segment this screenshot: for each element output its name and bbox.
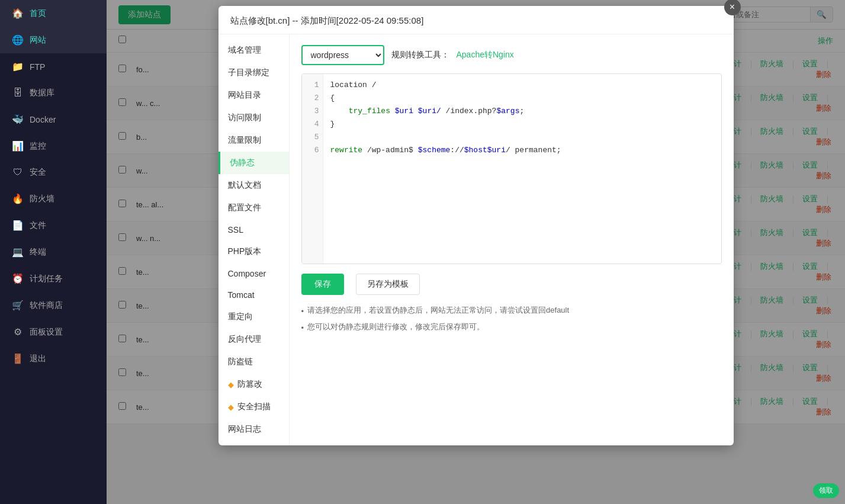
nav-item-tomcat[interactable]: Tomcat <box>219 284 289 306</box>
nav-item-log[interactable]: 网站日志 <box>219 418 289 441</box>
modal-nav: 域名管理 子目录绑定 网站目录 访问限制 流量限制 伪静态 <box>219 34 290 445</box>
bullet-1: • <box>301 306 304 317</box>
nav-item-ssl[interactable]: SSL <box>219 219 289 240</box>
nav-item-subdir[interactable]: 子目录绑定 <box>219 62 289 84</box>
corner-badge[interactable]: 领取 <box>813 483 839 498</box>
sidebar-item-software[interactable]: 🛒 软件商店 <box>0 292 107 319</box>
code-editor: 1 2 3 4 5 6 location / { try_files $uri … <box>301 73 722 264</box>
nav-item-redirect[interactable]: 重定向 <box>219 306 289 328</box>
tip-item-1: • 请选择您的应用，若设置伪静态后，网站无法正常访问，请尝试设置回default <box>301 304 722 317</box>
bullet-2: • <box>301 322 304 334</box>
modal-header: 站点修改[bt.cn] -- 添加时间[2022-05-24 09:55:08] <box>219 6 734 34</box>
sidebar-item-database[interactable]: 🗄 数据库 <box>0 80 107 106</box>
nav-item-domain[interactable]: 域名管理 <box>219 39 289 62</box>
nav-item-config[interactable]: 配置文件 <box>219 197 289 219</box>
tip-text-1: 请选择您的应用，若设置伪静态后，网站无法正常访问，请尝试设置回default <box>307 304 569 316</box>
sidebar-label-ftp: FTP <box>30 62 45 72</box>
files-icon: 📄 <box>12 220 24 231</box>
code-content[interactable]: location / { try_files $uri $uri/ /index… <box>323 74 721 264</box>
sidebar: 🏠 首页 🌐 网站 📁 FTP 🗄 数据库 🐳 Docker 📊 监控 🛡 安全… <box>0 0 107 504</box>
scan-icon: ◆ <box>228 403 234 412</box>
nav-item-traffic[interactable]: 流量限制 <box>219 129 289 152</box>
modal-content: wordpress default discuz laravel thinkph… <box>290 34 734 445</box>
home-icon: 🏠 <box>12 8 24 19</box>
sidebar-label-database: 数据库 <box>30 88 54 98</box>
sidebar-item-terminal[interactable]: 💻 终端 <box>0 239 107 265</box>
sidebar-label-logout: 退出 <box>30 354 46 364</box>
sidebar-label-website: 网站 <box>30 35 46 46</box>
sidebar-label-files: 文件 <box>30 220 46 231</box>
logout-icon: 🚪 <box>12 353 24 364</box>
save-template-button[interactable]: 另存为模板 <box>356 274 420 295</box>
monitor-icon: 📊 <box>12 140 24 152</box>
sidebar-item-home[interactable]: 🏠 首页 <box>0 0 107 27</box>
save-button[interactable]: 保存 <box>301 274 344 295</box>
rule-converter-link[interactable]: Apache转Nginx <box>457 50 514 60</box>
tips-section: • 请选择您的应用，若设置伪静态后，网站无法正常访问，请尝试设置回default… <box>301 304 722 333</box>
tip-text-2: 您可以对伪静态规则进行修改，修改完后保存即可。 <box>307 321 484 333</box>
nav-item-scan[interactable]: ◆ 安全扫描 <box>219 396 289 418</box>
sidebar-label-monitor: 监控 <box>30 141 46 152</box>
sidebar-item-firewall[interactable]: 🔥 防火墙 <box>0 185 107 212</box>
docker-icon: 🐳 <box>12 114 24 125</box>
sidebar-item-docker[interactable]: 🐳 Docker <box>0 106 107 133</box>
sidebar-item-monitor[interactable]: 📊 监控 <box>0 133 107 159</box>
terminal-icon: 💻 <box>12 246 24 258</box>
modal: 站点修改[bt.cn] -- 添加时间[2022-05-24 09:55:08]… <box>219 6 734 445</box>
panel-icon: ⚙ <box>12 326 24 338</box>
tamper-icon: ◆ <box>228 380 234 389</box>
line-numbers: 1 2 3 4 5 6 <box>302 74 323 264</box>
preset-dropdown[interactable]: wordpress default discuz laravel thinkph… <box>301 45 384 65</box>
sidebar-item-panel[interactable]: ⚙ 面板设置 <box>0 319 107 345</box>
sidebar-item-files[interactable]: 📄 文件 <box>0 212 107 239</box>
sidebar-item-ftp[interactable]: 📁 FTP <box>0 53 107 80</box>
sidebar-item-website[interactable]: 🌐 网站 <box>0 27 107 53</box>
nav-item-tamper[interactable]: ◆ 防篡改 <box>219 373 289 396</box>
sidebar-label-software: 软件商店 <box>30 300 63 311</box>
nav-item-access[interactable]: 访问限制 <box>219 107 289 129</box>
website-icon: 🌐 <box>12 34 24 46</box>
nav-item-php[interactable]: PHP版本 <box>219 240 289 263</box>
sidebar-label-cron: 计划任务 <box>30 274 63 284</box>
sidebar-label-security: 安全 <box>30 167 46 178</box>
cron-icon: ⏰ <box>12 273 24 284</box>
sidebar-item-logout[interactable]: 🚪 退出 <box>0 345 107 372</box>
sidebar-label-firewall: 防火墙 <box>30 194 54 204</box>
sidebar-label-docker: Docker <box>30 115 56 124</box>
rule-converter-label: 规则转换工具： <box>391 50 449 60</box>
main-area: 添加站点 🔍 操作 fo... 统计 ｜ 防火墙 ｜ 设置 ｜ 删除 <box>107 0 845 504</box>
nav-item-pseudo[interactable]: 伪静态 <box>219 152 289 174</box>
nav-item-default-doc[interactable]: 默认文档 <box>219 174 289 197</box>
database-icon: 🗄 <box>12 88 24 98</box>
modal-body: 域名管理 子目录绑定 网站目录 访问限制 流量限制 伪静态 <box>219 34 734 445</box>
software-icon: 🛒 <box>12 300 24 311</box>
sidebar-item-security[interactable]: 🛡 安全 <box>0 159 107 185</box>
code-lines: 1 2 3 4 5 6 location / { try_files $uri … <box>302 74 721 264</box>
modal-overlay: 站点修改[bt.cn] -- 添加时间[2022-05-24 09:55:08]… <box>107 0 845 504</box>
ftp-icon: 📁 <box>12 61 24 72</box>
content-row-top: wordpress default discuz laravel thinkph… <box>301 45 722 65</box>
firewall-icon: 🔥 <box>12 193 24 204</box>
security-icon: 🛡 <box>12 167 24 178</box>
button-row: 保存 另存为模板 <box>301 274 722 295</box>
modal-title: 站点修改[bt.cn] -- 添加时间[2022-05-24 09:55:08] <box>230 15 424 25</box>
sidebar-item-cron[interactable]: ⏰ 计划任务 <box>0 265 107 292</box>
nav-item-webdir[interactable]: 网站目录 <box>219 84 289 107</box>
sidebar-label-terminal: 终端 <box>30 247 46 258</box>
tip-item-2: • 您可以对伪静态规则进行修改，修改完后保存即可。 <box>301 321 722 334</box>
nav-item-reverse[interactable]: 反向代理 <box>219 328 289 351</box>
modal-close-button[interactable]: × <box>724 0 741 15</box>
nav-item-composer[interactable]: Composer <box>219 263 289 284</box>
nav-item-hotlink[interactable]: 防盗链 <box>219 351 289 373</box>
sidebar-label-panel: 面板设置 <box>30 327 63 338</box>
sidebar-label-home: 首页 <box>30 8 46 19</box>
